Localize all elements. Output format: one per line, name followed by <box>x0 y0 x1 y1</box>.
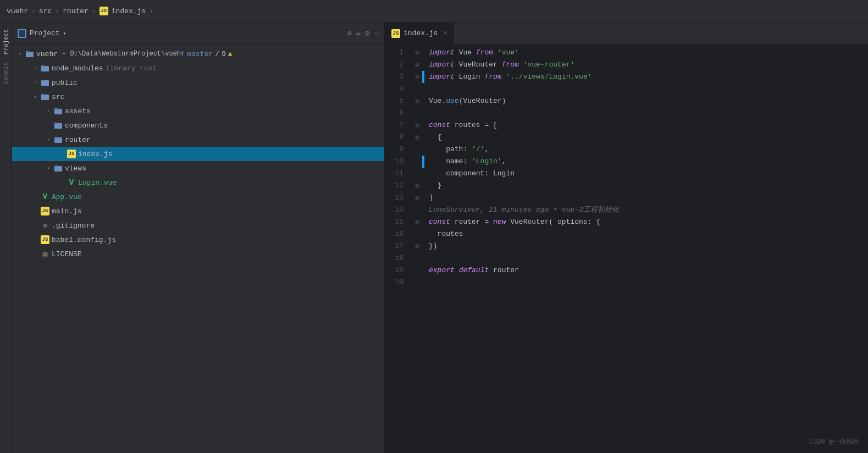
file-tree-content: ▾ vuehr - D:\Data\WebstormProject\vuehr … <box>12 45 384 453</box>
tree-item-babel-config[interactable]: › JS babel.config.js <box>12 233 384 247</box>
line-gutter-10 <box>412 156 422 168</box>
line-num-16: 16 <box>385 228 412 240</box>
line-gutter-7 <box>412 119 422 131</box>
line-code-5: Vue.use(VueRouter) <box>424 95 868 107</box>
svg-rect-15 <box>54 165 58 167</box>
line-gutter-3 <box>412 71 422 83</box>
line-code-18 <box>424 252 868 264</box>
line-code-17: }) <box>424 240 868 252</box>
project-label[interactable]: Project ▾ <box>18 29 67 38</box>
line-num-15: 15 <box>385 216 412 228</box>
tree-label-node-modules: node_modules <box>52 64 103 73</box>
svg-rect-9 <box>54 108 58 110</box>
breadcrumb-sep-4: › <box>149 7 153 15</box>
tree-label-components: components <box>65 121 108 130</box>
tab-js-icon: JS <box>391 29 400 38</box>
tab-bar: JS index.js × <box>385 23 868 45</box>
tab-index-js[interactable]: JS index.js × <box>385 23 455 44</box>
tree-arrow-assets: › <box>45 108 52 114</box>
settings-icon[interactable]: ⚙ <box>365 29 369 38</box>
git-annotation: LoneSurvivor, 21 minutes ago • vue-3工程初始… <box>429 206 619 214</box>
folder-icon-components <box>54 121 63 130</box>
svg-rect-3 <box>41 65 45 67</box>
code-line-4: 4 <box>385 83 868 95</box>
line-gutter-15 <box>412 216 422 228</box>
project-icon <box>18 29 26 38</box>
tree-item-app-vue[interactable]: › V App.vue <box>12 190 384 204</box>
line-code-8: { <box>424 131 868 143</box>
line-gutter-1 <box>412 47 422 59</box>
code-line-9: 9 path: '/', <box>385 143 868 156</box>
line-code-15: const router = new VueRouter( options: { <box>424 216 868 228</box>
line-gutter-17 <box>412 240 422 252</box>
line-gutter-16 <box>412 228 422 240</box>
breadcrumb-vuehr[interactable]: vuehr <box>7 7 28 15</box>
code-line-6: 6 <box>385 107 868 119</box>
line-num-5: 5 <box>385 95 412 107</box>
code-line-15: 15 const router = new VueRouter( options… <box>385 216 868 228</box>
folder-icon-views <box>54 164 63 173</box>
code-line-3: 3 import Login from '../views/Login.vue' <box>385 71 868 83</box>
breadcrumb-indexjs[interactable]: index.js <box>112 7 146 15</box>
sidebar-strip-commit[interactable]: Commit <box>2 60 10 86</box>
line-code-12: } <box>424 180 868 192</box>
tree-item-main-js[interactable]: › JS main.js <box>12 204 384 218</box>
line-gutter-2 <box>412 59 422 71</box>
line-num-3: 3 <box>385 71 412 83</box>
breadcrumb-js-icon: JS <box>99 7 108 15</box>
tree-item-public[interactable]: › public <box>12 75 384 90</box>
line-num-19: 19 <box>385 264 412 277</box>
tree-arrow-router: ▾ <box>45 136 52 143</box>
tree-label-public: public <box>52 79 78 87</box>
tab-label: index.js <box>403 29 438 37</box>
tree-arrow-src: ▾ <box>32 93 38 100</box>
line-code-11: component: Login <box>424 168 868 180</box>
locate-icon[interactable]: ⊕ <box>347 29 351 38</box>
tab-close-button[interactable]: × <box>443 30 447 37</box>
tree-label-license: LICENSE <box>52 250 82 258</box>
sidebar-strip: Project Commit <box>0 23 12 453</box>
folder-icon-src <box>41 92 49 101</box>
line-gutter-19 <box>412 264 422 277</box>
code-line-13: 13 ] <box>385 192 868 204</box>
breadcrumb-bar: vuehr › src › router › JS index.js › <box>0 0 868 23</box>
line-code-4 <box>424 83 868 95</box>
breadcrumb-src[interactable]: src <box>39 7 52 15</box>
tree-item-assets[interactable]: › assets <box>12 104 384 118</box>
breadcrumb-router[interactable]: router <box>63 7 89 15</box>
watermark: CSDN @一角残叶 <box>809 437 859 446</box>
code-editor[interactable]: 1 import Vue from 'vue' 2 import VueRout… <box>385 45 868 453</box>
code-line-16: 16 routes <box>385 228 868 240</box>
breadcrumb-sep-1: › <box>31 7 36 15</box>
project-dropdown-arrow[interactable]: ▾ <box>63 30 67 37</box>
code-line-10: 10 name: 'Login', <box>385 156 868 168</box>
tree-item-node-modules[interactable]: › node_modules library root <box>12 61 384 75</box>
filter-icon[interactable]: ⇌ <box>356 29 361 38</box>
tree-item-login-vue[interactable]: › V Login.vue <box>12 175 384 190</box>
tree-label-assets: assets <box>65 107 91 115</box>
tree-item-router[interactable]: ▾ router <box>12 132 384 147</box>
tree-item-gitignore[interactable]: › ⚙ .gitignore <box>12 218 384 233</box>
line-code-14: LoneSurvivor, 21 minutes ago • vue-3工程初始… <box>424 204 868 216</box>
git-count: 9 <box>222 50 226 58</box>
tree-item-license[interactable]: › ▤ LICENSE <box>12 247 384 261</box>
tree-label-mainjs: main.js <box>52 207 82 216</box>
git-warn-icon: ▲ <box>228 50 233 58</box>
line-code-1: import Vue from 'vue' <box>424 47 868 59</box>
minimize-icon[interactable]: — <box>374 29 379 38</box>
tree-item-index-js[interactable]: › JS index.js <box>12 147 384 161</box>
tree-item-vuehr[interactable]: ▾ vuehr - D:\Data\WebstormProject\vuehr … <box>12 47 384 61</box>
breadcrumb-sep-3: › <box>92 7 96 15</box>
tree-item-src[interactable]: ▾ src <box>12 90 384 104</box>
tree-item-components[interactable]: › components <box>12 118 384 132</box>
line-num-4: 4 <box>385 83 412 95</box>
tree-label-appvue: App.vue <box>52 193 82 201</box>
git-slash: / <box>215 50 219 58</box>
svg-rect-7 <box>41 94 45 96</box>
line-gutter-20 <box>412 277 422 289</box>
vue-file-icon-login: V <box>67 178 76 187</box>
line-num-17: 17 <box>385 240 412 252</box>
sidebar-strip-project[interactable]: Project <box>2 27 10 57</box>
code-line-8: 8 { <box>385 131 868 143</box>
tree-item-views[interactable]: ▾ views <box>12 161 384 175</box>
